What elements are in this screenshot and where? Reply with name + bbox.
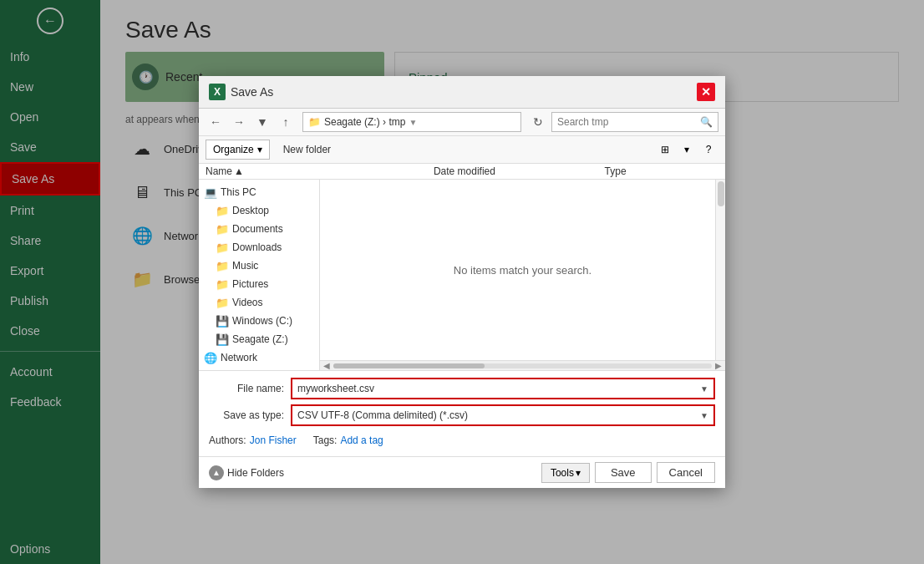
search-input[interactable] [557, 116, 697, 128]
music-tree-icon: 📁 [216, 259, 229, 272]
save-as-type-row: Save as type: CSV UTF-8 (Comma delimited… [209, 404, 715, 426]
windowsc-tree-icon: 💾 [216, 314, 229, 328]
nav-path-text: Seagate (Z:) › tmp [324, 116, 405, 128]
thispc-tree-icon: 💻 [204, 185, 217, 199]
tree-panel: 💻 This PC 📁 Desktop 📁 Documents 📁 Downlo… [199, 180, 320, 370]
network-tree-label: Network [221, 352, 257, 363]
nav-refresh-button[interactable]: ↻ [528, 112, 548, 132]
dialog-toolbar: Organize ▾ New folder ⊞ ▾ ? [199, 136, 725, 164]
help-button[interactable]: ? [698, 140, 718, 160]
content-area: No items match your search. ◀ ▶ [320, 180, 725, 370]
videos-tree-label: Videos [232, 297, 262, 308]
seagate-tree-label: Seagate (Z:) [232, 333, 288, 345]
tags-value[interactable]: Add a tag [340, 434, 383, 446]
scroll-right-arrow[interactable]: ▶ [715, 361, 722, 370]
horizontal-scrollbar[interactable]: ◀ ▶ [320, 360, 725, 370]
col-date-header[interactable]: Date modified [434, 165, 605, 177]
tree-item-pictures[interactable]: 📁 Pictures [199, 275, 319, 293]
action-buttons: Tools ▾ Save Cancel [541, 462, 715, 483]
tree-item-downloads[interactable]: 📁 Downloads [199, 238, 319, 257]
authors-item: Authors: Jon Fisher [209, 434, 297, 446]
file-name-input[interactable]: myworksheet.csv ▼ [291, 378, 715, 399]
tree-item-network[interactable]: 🌐 Network [199, 348, 319, 367]
nav-back-button[interactable]: ← [206, 112, 226, 132]
bottom-buttons: ▲ Hide Folders Tools ▾ Save Cancel [199, 456, 725, 488]
documents-tree-label: Documents [232, 223, 283, 235]
authors-value[interactable]: Jon Fisher [250, 434, 297, 446]
nav-path-arrow: ▼ [409, 118, 417, 127]
videos-tree-icon: 📁 [216, 296, 229, 309]
desktop-tree-icon: 📁 [216, 204, 229, 217]
scroll-left-arrow[interactable]: ◀ [323, 361, 330, 370]
tools-dropdown-icon: ▾ [576, 467, 581, 479]
dialog-titlebar: X Save As ✕ [199, 76, 725, 109]
organize-button[interactable]: Organize ▾ [206, 140, 270, 160]
search-icon: 🔍 [700, 116, 713, 128]
file-name-dropdown-icon: ▼ [700, 384, 708, 394]
view-dropdown-button[interactable]: ▾ [677, 140, 697, 160]
column-headers: Name ▲ Date modified Type [199, 164, 725, 180]
nav-forward-button[interactable]: → [229, 112, 249, 132]
organize-dropdown-icon: ▾ [257, 144, 262, 155]
documents-tree-icon: 📁 [216, 222, 229, 236]
content-panel: No items match your search. [320, 180, 725, 360]
nav-path[interactable]: 📁 Seagate (Z:) › tmp ▼ [302, 112, 521, 132]
nav-search-box[interactable]: 🔍 [551, 112, 718, 132]
cancel-button[interactable]: Cancel [657, 462, 715, 483]
authors-label: Authors: [209, 434, 246, 446]
seagate-tree-icon: 💾 [216, 333, 229, 346]
pictures-tree-icon: 📁 [216, 277, 229, 291]
save-as-type-input[interactable]: CSV UTF-8 (Comma delimited) (*.csv) ▼ [291, 404, 715, 426]
scrollbar-thumb-v[interactable] [718, 181, 724, 206]
tree-item-videos[interactable]: 📁 Videos [199, 293, 319, 312]
tree-item-windowsc[interactable]: 💾 Windows (C:) [199, 312, 319, 330]
file-name-value: myworksheet.csv [297, 383, 374, 394]
downloads-tree-icon: 📁 [216, 241, 229, 254]
toolbar-view-icons: ⊞ ▾ ? [655, 140, 718, 160]
network-tree-icon: 🌐 [204, 351, 217, 364]
tools-button[interactable]: Tools ▾ [541, 463, 590, 483]
downloads-tree-label: Downloads [232, 241, 282, 253]
bottom-form: File name: myworksheet.csv ▼ Save as typ… [199, 370, 725, 456]
save-as-type-label: Save as type: [209, 409, 284, 421]
dialog-title-left: X Save As [209, 84, 273, 100]
modal-overlay: X Save As ✕ ← → ▼ ↑ 📁 Seagate (Z:) › tmp… [0, 0, 924, 564]
excel-icon: X [209, 84, 226, 100]
vertical-scrollbar[interactable] [715, 180, 725, 360]
tags-item: Tags: Add a tag [313, 434, 383, 446]
nav-bar: ← → ▼ ↑ 📁 Seagate (Z:) › tmp ▼ ↻ 🔍 [199, 109, 725, 136]
nav-path-icon: 📁 [308, 116, 321, 128]
col-name-sort-icon: ▲ [234, 165, 244, 177]
file-name-row: File name: myworksheet.csv ▼ [209, 378, 715, 399]
tree-item-desktop[interactable]: 📁 Desktop [199, 201, 319, 220]
thispc-tree-label: This PC [221, 186, 256, 198]
save-as-dialog: X Save As ✕ ← → ▼ ↑ 📁 Seagate (Z:) › tmp… [199, 76, 725, 488]
col-type-header[interactable]: Type [605, 165, 718, 177]
pictures-tree-label: Pictures [232, 278, 268, 290]
save-as-type-dropdown-icon: ▼ [700, 411, 708, 420]
view-grid-button[interactable]: ⊞ [655, 140, 675, 160]
nav-up-button[interactable]: ↑ [276, 112, 296, 132]
hide-folders-button[interactable]: ▲ Hide Folders [209, 465, 284, 480]
form-meta: Authors: Jon Fisher Tags: Add a tag [209, 431, 715, 450]
windowsc-tree-label: Windows (C:) [232, 315, 292, 327]
nav-dropdown-button[interactable]: ▼ [252, 112, 272, 132]
dialog-title-text: Save As [231, 85, 273, 99]
tags-label: Tags: [313, 434, 338, 446]
empty-message: No items match your search. [454, 264, 591, 277]
music-tree-label: Music [232, 260, 258, 272]
file-browser: 💻 This PC 📁 Desktop 📁 Documents 📁 Downlo… [199, 180, 725, 370]
tree-item-thispc[interactable]: 💻 This PC [199, 183, 319, 201]
hide-folders-icon: ▲ [209, 465, 224, 480]
save-button[interactable]: Save [595, 462, 652, 483]
desktop-tree-label: Desktop [232, 205, 269, 216]
dialog-close-button[interactable]: ✕ [697, 83, 715, 101]
tree-item-music[interactable]: 📁 Music [199, 257, 319, 275]
scrollbar-thumb-h[interactable] [333, 363, 485, 368]
tree-item-documents[interactable]: 📁 Documents [199, 220, 319, 238]
col-name-header[interactable]: Name ▲ [206, 165, 434, 177]
new-folder-button[interactable]: New folder [277, 140, 338, 159]
file-name-label: File name: [209, 383, 284, 394]
save-as-type-value: CSV UTF-8 (Comma delimited) (*.csv) [297, 409, 468, 421]
tree-item-seagate[interactable]: 💾 Seagate (Z:) [199, 330, 319, 348]
